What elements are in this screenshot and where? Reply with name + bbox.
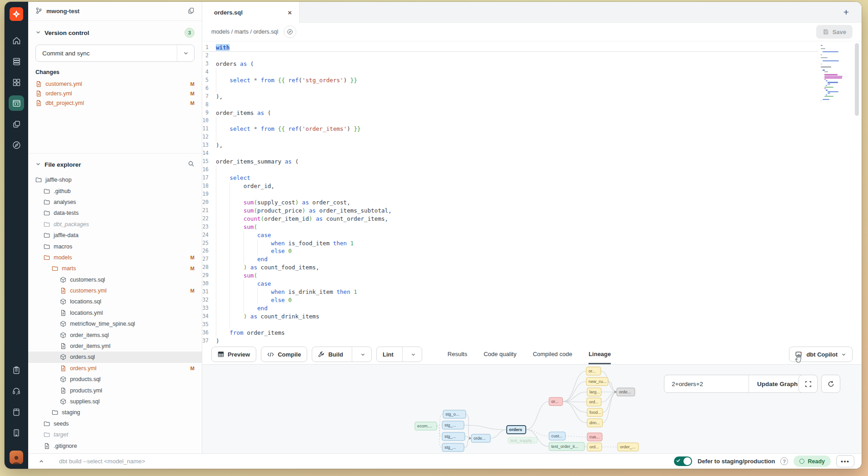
- help-icon[interactable]: ?: [780, 457, 788, 465]
- lineage-node-cust[interactable]: cust...: [549, 432, 565, 440]
- file-tree-item-analyses[interactable]: analyses: [28, 197, 202, 208]
- file-tree-item-target[interactable]: target: [28, 429, 202, 440]
- file-tree-item-orders.sql[interactable]: orders.sql: [28, 352, 202, 362]
- lineage-node-test_order_it[interactable]: test_order_it...: [549, 442, 584, 451]
- lineage-node-test_supply[interactable]: test_supply...: [508, 437, 537, 443]
- preview-button[interactable]: Preview: [211, 347, 256, 362]
- lineage-selector-input[interactable]: 2+orders+2: [664, 375, 749, 392]
- editor-scrollbar[interactable]: [855, 43, 859, 342]
- tab-compiled-code[interactable]: Compiled code: [533, 344, 572, 364]
- file-tree-item-.github[interactable]: .github: [28, 185, 202, 196]
- refresh-button[interactable]: [821, 375, 840, 393]
- lineage-node-ecom[interactable]: ecom....: [415, 422, 437, 430]
- clipboard-icon[interactable]: [8, 362, 25, 378]
- lineage-node-ord[interactable]: ord...: [587, 443, 602, 451]
- lineage-node-or[interactable]: or...: [549, 397, 563, 406]
- tab-results[interactable]: Results: [448, 344, 467, 364]
- tab-lineage[interactable]: Lineage: [589, 344, 611, 364]
- lineage-node-stg_[interactable]: stg_...: [442, 443, 464, 451]
- code-line-29: 29 sum(: [202, 272, 818, 280]
- minimap[interactable]: [821, 45, 850, 102]
- file-tree-item-order_items.sql[interactable]: order_items.sql: [28, 329, 202, 340]
- notebook-docs-icon[interactable]: [8, 404, 25, 420]
- lineage-node-order_[interactable]: order_...: [618, 443, 639, 451]
- save-button[interactable]: Save: [816, 25, 853, 39]
- scrollbar-thumb[interactable]: [855, 43, 859, 116]
- file-tree-item-seeds[interactable]: seeds: [28, 418, 202, 429]
- file-tree-item-staging[interactable]: staging: [28, 407, 202, 418]
- file-tree-item-jaffle-shop[interactable]: jaffle-shop: [28, 174, 202, 185]
- file-tree-item-.gitignore[interactable]: .gitignore: [28, 440, 202, 451]
- file-tree-item-metricflow_time_spine.sql[interactable]: metricflow_time_spine.sql: [28, 318, 202, 329]
- lint-options-chevron[interactable]: [406, 352, 416, 357]
- build-options-chevron[interactable]: [356, 352, 365, 357]
- file-tree-item-supplies.sql[interactable]: supplies.sql: [28, 396, 202, 407]
- file-tree-item-orders.yml[interactable]: orders.ymlM: [28, 363, 202, 374]
- file-tree-item-locations.sql[interactable]: locations.sql: [28, 296, 202, 307]
- file-tree-item-locations.yml[interactable]: locations.yml: [28, 307, 202, 318]
- project-row[interactable]: mwong-test: [28, 2, 202, 21]
- file-tree-item-customers.sql[interactable]: customers.sql: [28, 274, 202, 285]
- grid-apps-icon[interactable]: [8, 74, 25, 90]
- develop-code-icon[interactable]: [9, 95, 24, 111]
- lineage-node-or[interactable]: or...: [586, 367, 601, 375]
- close-icon[interactable]: ×: [288, 9, 292, 16]
- dbt-logo[interactable]: [10, 7, 23, 21]
- lineage-node-food[interactable]: food...: [587, 408, 603, 416]
- file-tree-item-products.sql[interactable]: products.sql: [28, 374, 202, 385]
- file-tree-item-dbt_packages[interactable]: dbt_packages: [28, 219, 202, 230]
- update-graph-button[interactable]: Update Graph: [749, 375, 806, 392]
- changed-file-dbt_project.yml[interactable]: dbt_project.ymlM: [35, 98, 195, 108]
- file-tree-item-models[interactable]: modelsM: [28, 252, 202, 263]
- compile-button[interactable]: Compile: [261, 347, 307, 362]
- tab-orders-sql[interactable]: orders.sql ×: [202, 2, 299, 23]
- explore-compass-icon[interactable]: [8, 137, 25, 153]
- new-tab-button[interactable]: +: [840, 6, 853, 19]
- commit-and-sync-button[interactable]: Commit and sync: [35, 45, 195, 62]
- lineage-node-stg_[interactable]: stg_...: [442, 432, 465, 441]
- command-input[interactable]: dbt build --select <model_name>: [59, 458, 145, 465]
- defer-toggle[interactable]: [674, 456, 692, 466]
- lineage-node-stg_[interactable]: stg_...: [442, 421, 464, 429]
- lineage-node-orde[interactable]: orde...: [471, 434, 490, 442]
- file-tree-item-data-tests[interactable]: data-tests: [28, 208, 202, 218]
- file-tree-item-jaffle-data[interactable]: jaffle-data: [28, 230, 202, 241]
- file-tree-item-order_items.yml[interactable]: order_items.yml: [28, 341, 202, 352]
- changed-file-orders.yml[interactable]: orders.ymlM: [35, 89, 195, 98]
- lineage-panel[interactable]: ecom....stg_o...stg_...stg_...stg_...ord…: [202, 364, 862, 453]
- lineage-node-ord[interactable]: ord...: [587, 398, 601, 406]
- file-tree-item-customers.yml[interactable]: customers.ymlM: [28, 285, 202, 296]
- orchestration-windows-icon[interactable]: [8, 116, 25, 132]
- lineage-node-orde[interactable]: orde...: [617, 388, 635, 396]
- fullscreen-button[interactable]: [798, 375, 818, 393]
- lineage-node-drin[interactable]: drin...: [587, 419, 603, 427]
- dbt-copilot-button[interactable]: dbt Copilot: [789, 347, 853, 362]
- lineage-node-orders[interactable]: orders: [507, 426, 526, 434]
- lint-button[interactable]: Lint: [376, 347, 422, 362]
- file-tree-item-products.yml[interactable]: products.yml: [28, 385, 202, 396]
- changed-file-customers.yml[interactable]: customers.ymlM: [35, 79, 195, 89]
- organization-building-icon[interactable]: [8, 425, 25, 441]
- file-tree-item-macros[interactable]: macros: [28, 241, 202, 252]
- commit-options-chevron[interactable]: [177, 45, 194, 61]
- expand-command-bar-chevron[interactable]: [35, 459, 47, 464]
- file-tree-item-marts[interactable]: martsM: [28, 263, 202, 274]
- build-button[interactable]: Build: [312, 347, 372, 362]
- open-in-explorer-icon[interactable]: [284, 25, 296, 38]
- code-editor[interactable]: 1with23orders as (45 select * from {{ re…: [202, 41, 862, 344]
- deploy-stack-icon[interactable]: [8, 54, 25, 69]
- search-icon[interactable]: [188, 160, 195, 169]
- version-control-header[interactable]: Version control 3: [35, 26, 195, 39]
- user-avatar[interactable]: [10, 451, 23, 464]
- file-explorer-header[interactable]: File explorer: [28, 158, 202, 171]
- lineage-node-stg_o[interactable]: stg_o...: [443, 410, 466, 418]
- lineage-node-cus[interactable]: cus...: [587, 433, 602, 441]
- copy-icon[interactable]: [188, 7, 195, 15]
- headset-support-icon[interactable]: [8, 383, 25, 399]
- lineage-node-larg[interactable]: larg...: [587, 388, 601, 396]
- code-line-20: 20 sum(supply_cost) as order_cost,: [202, 198, 818, 207]
- home-icon[interactable]: [8, 33, 25, 48]
- lineage-node-new_cu[interactable]: new_cu...: [586, 377, 608, 386]
- tab-code-quality[interactable]: Code quality: [484, 344, 516, 364]
- more-options-button[interactable]: •••: [836, 455, 854, 467]
